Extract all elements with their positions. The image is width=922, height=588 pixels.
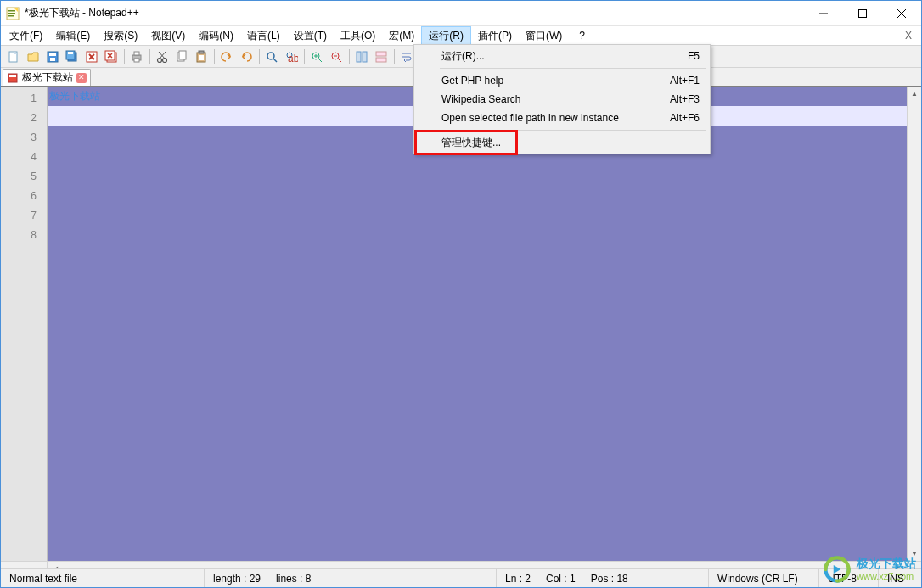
menu-plugins[interactable]: 插件(P) (471, 26, 519, 45)
line-number: 5 (1, 167, 37, 187)
window-title: *极光下载站 - Notepad++ (25, 6, 804, 20)
menu-view[interactable]: 视图(V) (144, 26, 192, 45)
menu-item-label: Get PHP help (441, 75, 503, 87)
status-ln: Ln : 2 (505, 573, 531, 585)
status-length: length : 29 (213, 573, 261, 585)
tab-label: 极光下载站 (22, 70, 73, 85)
sync-v-icon[interactable] (352, 48, 371, 66)
svg-rect-23 (134, 52, 139, 55)
toolbar-separator (304, 49, 305, 64)
svg-rect-11 (50, 58, 55, 61)
selection-background (48, 126, 921, 561)
vertical-scrollbar[interactable]: ▲ ▼ (907, 87, 921, 561)
svg-rect-3 (8, 15, 14, 17)
svg-rect-48 (376, 58, 386, 62)
tab-close-icon[interactable]: ✕ (76, 73, 87, 83)
toolbar-separator (149, 49, 150, 64)
svg-rect-53 (9, 75, 16, 77)
save-all-icon[interactable] (63, 48, 82, 66)
watermark: 极光下载站 www.xz7.com (823, 555, 916, 584)
menu-wikipedia-search[interactable]: Wikipedia Search Alt+F3 (416, 90, 708, 109)
svg-line-44 (338, 59, 341, 62)
window-controls (804, 1, 921, 25)
svg-rect-5 (859, 9, 867, 17)
menu-run[interactable]: 运行(R) (421, 26, 471, 45)
menu-bar: 文件(F) 编辑(E) 搜索(S) 视图(V) 编码(N) 语言(L) 设置(T… (1, 26, 921, 45)
svg-point-34 (267, 53, 274, 59)
menu-settings[interactable]: 设置(T) (287, 26, 334, 45)
menu-macro[interactable]: 宏(M) (382, 26, 421, 45)
status-lines: lines : 8 (276, 573, 311, 585)
copy-icon[interactable] (172, 48, 191, 66)
menu-get-php-help[interactable]: Get PHP help Alt+F1 (416, 71, 708, 90)
menu-open-file-new-instance[interactable]: Open selected file path in new instance … (416, 109, 708, 127)
svg-rect-30 (179, 51, 186, 59)
maximize-button[interactable] (843, 1, 882, 25)
svg-line-28 (159, 52, 165, 59)
scroll-up-icon[interactable]: ▲ (908, 87, 921, 101)
close-all-icon[interactable] (102, 48, 121, 66)
svg-point-25 (158, 58, 162, 62)
close-button[interactable] (882, 1, 921, 25)
file-modified-icon (7, 72, 19, 84)
redo-icon[interactable] (237, 48, 256, 66)
new-file-icon[interactable] (4, 48, 23, 66)
menu-file[interactable]: 文件(F) (3, 26, 49, 45)
app-icon (6, 7, 20, 20)
replace-icon[interactable]: ab (282, 48, 301, 66)
menu-item-shortcut: Alt+F1 (670, 75, 700, 87)
toolbar-separator (349, 49, 350, 64)
svg-rect-1 (8, 10, 15, 12)
menubar-close-x[interactable]: X (896, 26, 921, 45)
toolbar-separator (394, 49, 395, 64)
menu-separator (440, 68, 706, 69)
status-pos: Pos : 18 (591, 573, 628, 585)
menu-language[interactable]: 语言(L) (240, 26, 287, 45)
menu-item-label: 运行(R)... (441, 49, 485, 64)
svg-rect-32 (199, 51, 204, 53)
menu-search[interactable]: 搜索(S) (97, 26, 144, 45)
line-number: 4 (1, 148, 37, 167)
close-file-icon[interactable] (82, 48, 101, 66)
svg-rect-47 (376, 52, 386, 56)
zoom-in-icon[interactable] (307, 48, 326, 66)
menu-item-shortcut: F5 (688, 50, 700, 62)
svg-rect-2 (8, 13, 15, 14)
sync-h-icon[interactable] (372, 48, 391, 66)
toolbar-separator (259, 49, 260, 64)
zoom-out-icon[interactable] (327, 48, 346, 66)
watermark-logo-icon (823, 555, 852, 584)
undo-icon[interactable] (217, 48, 236, 66)
open-file-icon[interactable] (24, 48, 42, 66)
menu-encoding[interactable]: 编码(N) (192, 26, 240, 45)
menu-run-command[interactable]: 运行(R)... F5 (416, 47, 708, 65)
cut-icon[interactable] (153, 48, 171, 66)
line-number: 6 (1, 187, 37, 206)
svg-rect-14 (68, 52, 73, 54)
toolbar-separator (124, 49, 125, 64)
print-icon[interactable] (127, 48, 146, 66)
menu-tools[interactable]: 工具(O) (334, 26, 382, 45)
line-number: 8 (1, 226, 37, 245)
svg-text:ab: ab (288, 53, 298, 64)
menu-item-shortcut: Alt+F3 (670, 93, 700, 105)
menu-edit[interactable]: 编辑(E) (49, 26, 97, 45)
menu-item-label: Wikipedia Search (441, 93, 520, 105)
paste-icon[interactable] (192, 48, 211, 66)
status-eol[interactable]: Windows (CR LF) (709, 569, 819, 587)
minimize-button[interactable] (804, 1, 843, 25)
svg-rect-24 (134, 59, 139, 62)
menu-window[interactable]: 窗口(W) (519, 26, 569, 45)
toolbar-separator (214, 49, 215, 64)
find-icon[interactable] (262, 48, 281, 66)
annotation-highlight-box (414, 130, 518, 155)
menu-help[interactable]: ? (572, 26, 592, 45)
file-tab[interactable]: 极光下载站 ✕ (3, 69, 91, 86)
status-col: Col : 1 (546, 573, 576, 585)
save-icon[interactable] (43, 48, 62, 66)
title-bar: *极光下载站 - Notepad++ (1, 1, 921, 26)
text-editor[interactable]: 极光下载站 (48, 87, 921, 561)
line-number: 7 (1, 206, 37, 226)
svg-rect-46 (363, 52, 367, 62)
menu-item-shortcut: Alt+F6 (670, 112, 700, 124)
